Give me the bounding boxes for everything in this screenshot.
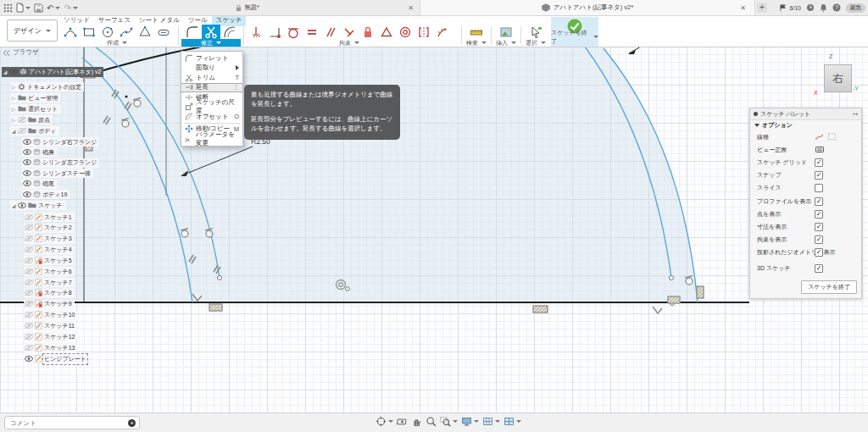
three-point-arc-button[interactable] bbox=[61, 25, 80, 39]
visibility-off-icon[interactable] bbox=[18, 128, 26, 135]
palette-row-control[interactable]: ✓ bbox=[815, 171, 823, 180]
checkbox-checked-icon[interactable]: ✓ bbox=[815, 171, 823, 180]
menu-item-9[interactable]: fxパラメータを変更 bbox=[181, 134, 242, 144]
grid-display-button[interactable] bbox=[482, 416, 500, 427]
visibility-off-icon[interactable] bbox=[25, 323, 33, 330]
expand-node-icon[interactable]: ▷ bbox=[11, 118, 16, 123]
coincident-button[interactable] bbox=[265, 25, 284, 39]
checkbox-checked-icon[interactable]: ✓ bbox=[815, 223, 823, 231]
browser-sketch-item[interactable]: スケッチ13 bbox=[24, 343, 77, 352]
dropdown-caret-icon[interactable] bbox=[474, 420, 479, 423]
constraints-group-dropdown[interactable]: 拘束 bbox=[247, 39, 452, 47]
display-settings-button[interactable] bbox=[461, 416, 479, 427]
expand-node-icon[interactable]: ▷ bbox=[11, 85, 16, 90]
browser-sketch-item[interactable]: スケッチ10 bbox=[24, 311, 77, 320]
sketch-endpoint[interactable] bbox=[670, 276, 674, 280]
browser-sketch-item[interactable]: スケッチ1 bbox=[24, 213, 75, 222]
visibility-icon[interactable] bbox=[23, 159, 31, 166]
document-tab-active[interactable]: アハトアハト(記事ネタ) v2* ✕ bbox=[420, 0, 755, 15]
modify-group-dropdown[interactable]: 修正 bbox=[181, 39, 241, 47]
visibility-off-icon[interactable] bbox=[18, 117, 26, 124]
midpoint-button[interactable] bbox=[377, 25, 396, 39]
visibility-off-icon[interactable] bbox=[25, 246, 33, 253]
visibility-off-icon[interactable] bbox=[25, 258, 33, 264]
lookat-icon[interactable] bbox=[815, 145, 825, 155]
viewports-button[interactable] bbox=[504, 416, 521, 427]
dropdown-caret-icon[interactable] bbox=[495, 420, 500, 423]
checkbox-checked-icon[interactable]: ✓ bbox=[815, 235, 823, 244]
palette-row-control[interactable] bbox=[815, 184, 823, 192]
visibility-icon[interactable] bbox=[25, 356, 33, 363]
palette-row-control[interactable]: ✓ bbox=[815, 210, 823, 219]
finish-sketch-group[interactable]: スケッチを終了 bbox=[551, 17, 598, 47]
browser-sketch-item[interactable]: スケッチ9 bbox=[24, 300, 75, 309]
tangent-button[interactable] bbox=[284, 25, 303, 39]
undo-icon[interactable]: ↶ bbox=[47, 2, 60, 14]
dropdown-caret-icon[interactable] bbox=[388, 420, 393, 423]
palette-row-control[interactable]: ✓ bbox=[815, 158, 823, 167]
visibility-off-icon[interactable] bbox=[25, 235, 33, 242]
help-icon[interactable]: ? bbox=[832, 2, 841, 14]
polygon-button[interactable] bbox=[136, 25, 154, 39]
visibility-off-icon[interactable] bbox=[25, 214, 33, 221]
dock-panel-icon[interactable]: ↦ bbox=[853, 111, 858, 118]
zoom-fit-button[interactable] bbox=[440, 416, 458, 427]
clock-icon[interactable] bbox=[806, 2, 815, 14]
circle-button[interactable] bbox=[98, 25, 117, 39]
document-tab-untitled[interactable]: 無題* ✕ bbox=[236, 0, 419, 15]
browser-sketches-folder[interactable]: ◢スケッチ bbox=[10, 201, 65, 210]
visibility-off-icon[interactable] bbox=[25, 345, 33, 352]
dropdown-caret-icon[interactable] bbox=[453, 420, 458, 423]
sketch-endpoint[interactable] bbox=[218, 276, 222, 280]
app-grid-icon[interactable] bbox=[3, 2, 13, 14]
more-options-icon[interactable]: ⋮ bbox=[233, 84, 239, 91]
menu-item-6[interactable]: スケッチの尺度 bbox=[181, 102, 242, 113]
browser-sketch-item[interactable]: スケッチ4 bbox=[24, 246, 75, 255]
palette-row-control[interactable]: ✓ bbox=[815, 248, 823, 257]
browser-sketch-item[interactable]: スケッチ12 bbox=[24, 332, 77, 341]
browser-node-2[interactable]: ▷ビュー管理 bbox=[10, 93, 60, 102]
visibility-off-icon[interactable] bbox=[25, 269, 33, 275]
measure-button[interactable] bbox=[467, 25, 486, 39]
browser-body-item[interactable]: 砲身 bbox=[22, 147, 57, 157]
checkbox-icon[interactable] bbox=[815, 184, 823, 192]
browser-root-node[interactable]: ◢アハトアハト(記事ネタ) v2 bbox=[2, 67, 103, 77]
checkbox-checked-icon[interactable]: ✓ bbox=[815, 197, 823, 206]
checkbox-checked-icon[interactable]: ✓ bbox=[815, 248, 823, 257]
create-group-dropdown[interactable]: 作成 bbox=[61, 39, 173, 47]
palette-options-section[interactable]: オプション bbox=[750, 120, 861, 130]
collapse-node-icon[interactable]: ◢ bbox=[11, 203, 16, 208]
model-canvas[interactable]: R2.50 右 Z X -Y ブラウザ ◢アハトアハト(記事ネタ) v2▷ドキュ… bbox=[0, 47, 868, 413]
redo-icon[interactable]: ↷ bbox=[64, 2, 77, 14]
view-cube-face[interactable]: 右 bbox=[824, 64, 852, 92]
checkbox-checked-icon[interactable]: ✓ bbox=[815, 210, 823, 219]
select-tool-button[interactable] bbox=[526, 25, 545, 39]
browser-sketch-item[interactable]: スケッチ6 bbox=[24, 267, 75, 276]
collapse-node-icon[interactable]: ◢ bbox=[3, 69, 8, 75]
visibility-icon[interactable] bbox=[9, 69, 18, 75]
pan-hand-button[interactable] bbox=[411, 416, 422, 427]
insert-image-button[interactable] bbox=[497, 25, 515, 39]
dropdown-caret-icon[interactable] bbox=[516, 420, 521, 423]
select-group-dropdown[interactable]: 選択 bbox=[523, 39, 548, 47]
expand-node-icon[interactable]: ▷ bbox=[11, 107, 16, 112]
visibility-off-icon[interactable] bbox=[25, 224, 33, 231]
job-status-badge[interactable]: 6/10 bbox=[780, 4, 801, 12]
visibility-icon[interactable] bbox=[18, 202, 26, 209]
palette-header[interactable]: スケッチ パレット ↦ bbox=[750, 108, 861, 120]
browser-header[interactable]: ブラウザ bbox=[0, 47, 119, 58]
checkbox-checked-icon[interactable]: ✓ bbox=[815, 264, 823, 273]
palette-row-control[interactable]: ✓ bbox=[815, 223, 823, 231]
visibility-icon[interactable] bbox=[23, 170, 31, 177]
browser-body-item[interactable]: ボディ19 bbox=[22, 190, 70, 199]
file-menu-icon[interactable] bbox=[16, 2, 31, 14]
browser-sketch-item[interactable]: スケッチ5 bbox=[24, 256, 75, 265]
checkbox-checked-icon[interactable]: ✓ bbox=[815, 158, 823, 167]
linetype-a-icon[interactable] bbox=[815, 132, 824, 142]
orbit-button[interactable] bbox=[376, 416, 393, 427]
comment-box[interactable]: + bbox=[4, 416, 140, 429]
menu-item-4[interactable]: 延長⋮ bbox=[181, 83, 242, 93]
browser-node-1[interactable]: ▷ドキュメントの設定 bbox=[10, 82, 84, 91]
parallel-button[interactable] bbox=[321, 25, 340, 39]
zoom-mag-button[interactable] bbox=[426, 416, 437, 427]
